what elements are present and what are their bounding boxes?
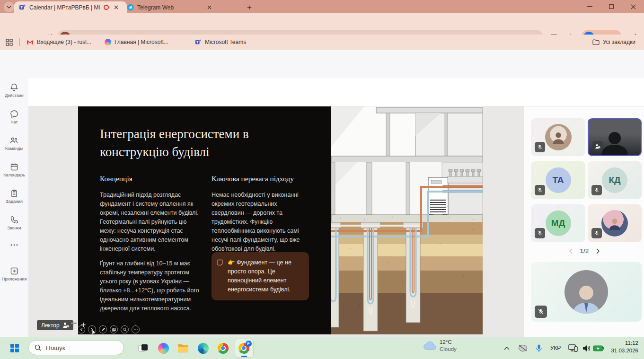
slide-heading: Концепція (100, 175, 203, 183)
chrome-profile-button[interactable]: P (237, 341, 251, 355)
slide-controls (77, 325, 140, 333)
participant-initials: КД (602, 167, 627, 193)
profile-badge: P (246, 341, 252, 347)
teams-sidebar: Действие Чат Команды Календарь Задания З… (0, 78, 28, 337)
taskbar-clock[interactable]: 11:12 31.03.2026 (611, 340, 638, 354)
bookmark-teams[interactable]: T Microsoft Teams (191, 39, 250, 45)
mic-muted-icon (535, 228, 545, 238)
slide-pen-button[interactable] (99, 325, 107, 333)
taskbar-search-placeholder: Пошук (46, 344, 65, 351)
shared-slide: Інтеграція енергосистеми в конструкцію б… (78, 106, 331, 334)
all-bookmarks-label: Усі закладки (603, 39, 635, 45)
participant-tile[interactable]: МД (531, 204, 585, 242)
network-device-icon[interactable] (566, 341, 580, 355)
mic-muted-icon (591, 228, 602, 238)
more-dots-icon (10, 244, 18, 246)
cloud-icon (423, 341, 436, 350)
lektor-collapse-handle[interactable] (71, 323, 77, 324)
slide-callout: 👉 Фундамент — це не просто опора. Це пов… (212, 252, 309, 300)
edge-button[interactable] (196, 341, 210, 355)
bell-icon (9, 83, 19, 92)
participant-tile[interactable]: КД (588, 161, 642, 199)
clock-time: 11:12 (625, 340, 638, 346)
chat-icon (9, 109, 19, 119)
pager-prev-icon[interactable] (569, 248, 573, 254)
language-indicator[interactable]: УКР (547, 341, 565, 355)
sidebar-item-more[interactable] (0, 244, 28, 246)
participant-tile-speaker-video[interactable]: ? (588, 118, 642, 156)
meeting-toolbar: 01:37:31 Управлять Чат 13 Участники Подн… (0, 78, 644, 106)
tab-search-button[interactable] (4, 2, 14, 12)
bookmark-copilot[interactable]: Главная | Microsoft... (101, 39, 172, 45)
taskbar-weather[interactable]: 12°C Cloudy (423, 339, 457, 353)
svg-text:T: T (196, 41, 199, 44)
copilot-button[interactable] (156, 341, 170, 355)
avatar (545, 124, 572, 150)
new-tab-button[interactable]: + (244, 2, 255, 13)
sidebar-item-calendar[interactable]: Календарь (0, 162, 28, 177)
sidebar-item-activity[interactable]: Действие (0, 83, 28, 98)
copilot-icon (105, 39, 111, 45)
taskbar-search[interactable]: Пошук (28, 340, 124, 355)
battery-icon[interactable] (591, 341, 606, 355)
slide-thumbnails-button[interactable] (110, 325, 118, 333)
slide-next-button[interactable] (88, 325, 96, 333)
browser-tab-telegram[interactable]: Telegram Web (122, 1, 239, 13)
apps-plus-icon (9, 266, 19, 276)
file-explorer-button[interactable] (176, 341, 190, 355)
clock-date: 31.03.2026 (611, 348, 638, 353)
bookmark-gmail[interactable]: Входящие (3) - rusl... (23, 39, 95, 45)
participants-pager: 1/2 (554, 247, 615, 254)
pager-next-icon[interactable] (596, 248, 600, 254)
lektor-badge[interactable]: Лектор ? (37, 320, 73, 330)
mic-muted-icon (535, 142, 545, 152)
sidebar-item-assignments[interactable]: Задания (0, 189, 28, 204)
task-view-button[interactable] (136, 341, 150, 355)
tab-close-icon[interactable] (112, 4, 120, 11)
mic-tray-icon[interactable] (532, 341, 546, 355)
window-maximize-button[interactable] (600, 0, 622, 13)
callout-text: 👉 Фундамент — це не просто опора. Це пов… (228, 258, 303, 294)
tray-expand-chevron[interactable] (500, 341, 514, 355)
all-bookmarks-button[interactable]: Усі закладки (589, 39, 639, 45)
window-close-button[interactable] (622, 0, 644, 13)
sidebar-item-apps[interactable]: Приложения (0, 266, 28, 281)
sidebar-item-calls[interactable]: Звонки (0, 215, 28, 230)
participant-tile[interactable] (588, 204, 642, 242)
slide-zoom-button[interactable] (121, 325, 129, 333)
folder-icon (592, 39, 600, 45)
svg-text:?: ? (67, 325, 68, 327)
phone-icon (9, 215, 19, 225)
browser-tab-teams[interactable]: T Calendar | МРтаРВРвБ | Mic (14, 1, 127, 13)
tab-title: Telegram Web (137, 4, 174, 11)
slide-paragraph: Немає необхідності у виконанні окремих г… (212, 191, 309, 254)
mic-muted-icon (535, 306, 547, 318)
avatar (565, 270, 608, 314)
mic-muted-icon (591, 185, 602, 195)
tab-title: Calendar | МРтаРВРвБ | Mic (29, 4, 100, 11)
bookmarks-divider (19, 38, 20, 46)
slide-more-button[interactable] (132, 325, 140, 333)
presenter-icon: ? (62, 322, 69, 328)
browser-toolbar: teams.cloud.microsoft P Освіта (0, 13, 644, 35)
participant-tile[interactable] (531, 118, 585, 156)
window-minimize-button[interactable] (579, 0, 600, 13)
start-button[interactable] (10, 344, 19, 352)
tab-close-icon[interactable] (205, 4, 213, 11)
sidebar-item-teams[interactable]: Команды (0, 136, 28, 151)
participant-tile[interactable]: ТА (531, 161, 585, 199)
camera-off-tray-icon[interactable] (516, 341, 530, 355)
slide-prev-button[interactable] (77, 325, 85, 333)
note-icon (217, 259, 223, 266)
sidebar-item-chat[interactable]: Чат (0, 109, 28, 124)
mouse-cursor-icon (92, 330, 96, 335)
chrome-button[interactable] (216, 341, 230, 355)
search-icon (35, 344, 41, 351)
people-group-icon (9, 136, 19, 145)
teams-icon: T (195, 39, 202, 45)
recording-indicator-icon (104, 5, 109, 10)
pager-label: 1/2 (580, 247, 589, 254)
apps-grid-icon[interactable] (0, 39, 17, 46)
participant-tile-large[interactable] (531, 262, 642, 322)
mic-muted-icon (535, 185, 545, 195)
